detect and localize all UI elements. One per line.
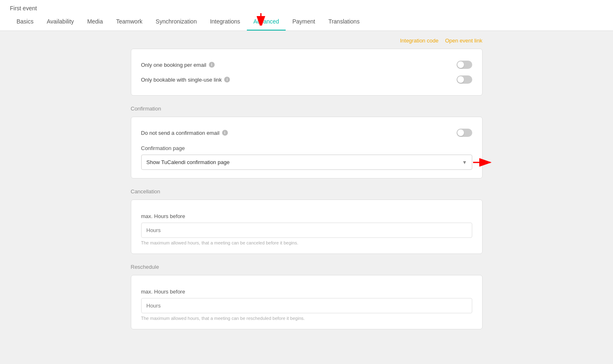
no-email-label: Do not send a confirmation email i [141, 130, 228, 136]
arrow-right-indicator [473, 158, 494, 167]
top-links: Integration code Open event link [131, 38, 483, 44]
tab-translations[interactable]: Translations [322, 13, 366, 31]
cancellation-section: Cancellation max. Hours before The maxim… [131, 188, 483, 254]
cancellation-hours-label: max. Hours before [141, 213, 472, 219]
tab-teamwork[interactable]: Teamwork [109, 13, 149, 31]
no-email-toggle[interactable] [457, 129, 472, 137]
single-use-toggle[interactable] [457, 75, 472, 84]
reschedule-hours-label: max. Hours before [141, 289, 472, 295]
no-email-info-icon[interactable]: i [222, 130, 228, 136]
single-use-info-icon[interactable]: i [224, 77, 230, 82]
reschedule-hint: The maximum allowed hours, that a meetin… [141, 316, 472, 321]
single-use-label: Only bookable with single-use link i [141, 77, 230, 83]
single-use-row: Only bookable with single-use link i [141, 72, 472, 87]
one-booking-row: Only one booking per email i [141, 57, 472, 72]
arrow-down-indicator [256, 13, 266, 26]
open-event-link[interactable]: Open event link [445, 38, 482, 44]
confirmation-title: Confirmation [131, 106, 483, 112]
header: First event Basics Availability Media Te… [0, 0, 613, 31]
reschedule-hours-input[interactable] [141, 298, 472, 313]
booking-settings-card: Only one booking per email i Only bookab… [131, 49, 483, 96]
cancellation-hours-input[interactable] [141, 223, 472, 238]
one-booking-toggle[interactable] [457, 61, 472, 69]
page-title: First event [10, 0, 603, 12]
confirmation-page-label: Confirmation page [141, 145, 472, 151]
tab-media[interactable]: Media [80, 13, 109, 31]
confirmation-section: Confirmation Do not send a confirmation … [131, 106, 483, 178]
tab-basics[interactable]: Basics [10, 13, 40, 31]
cancellation-title: Cancellation [131, 188, 483, 195]
confirmation-card: Do not send a confirmation email i Confi… [131, 117, 483, 178]
reschedule-card: max. Hours before The maximum allowed ho… [131, 275, 483, 329]
confirmation-page-select-container: Show TuCalendi confirmation page Redirec… [141, 155, 472, 170]
tab-payment[interactable]: Payment [286, 13, 322, 31]
reschedule-section: Reschedule max. Hours before The maximum… [131, 264, 483, 329]
select-wrapper: Show TuCalendi confirmation page Redirec… [141, 155, 472, 170]
one-booking-info-icon[interactable]: i [209, 62, 215, 68]
confirmation-page-select[interactable]: Show TuCalendi confirmation page Redirec… [141, 155, 472, 170]
tab-integrations[interactable]: Integrations [204, 13, 247, 31]
no-email-row: Do not send a confirmation email i [141, 125, 472, 140]
tab-synchronization[interactable]: Synchronization [149, 13, 204, 31]
nav-tabs: Basics Availability Media Teamwork Synch… [10, 13, 603, 31]
cancellation-card: max. Hours before The maximum allowed ho… [131, 200, 483, 254]
reschedule-title: Reschedule [131, 264, 483, 270]
integration-code-link[interactable]: Integration code [400, 38, 438, 44]
main-content: Integration code Open event link Only on… [121, 31, 492, 346]
tab-advanced[interactable]: Advanced [247, 13, 286, 31]
tab-availability[interactable]: Availability [40, 13, 80, 31]
one-booking-label: Only one booking per email i [141, 62, 215, 68]
cancellation-hint: The maximum allowed hours, that a meetin… [141, 240, 472, 245]
